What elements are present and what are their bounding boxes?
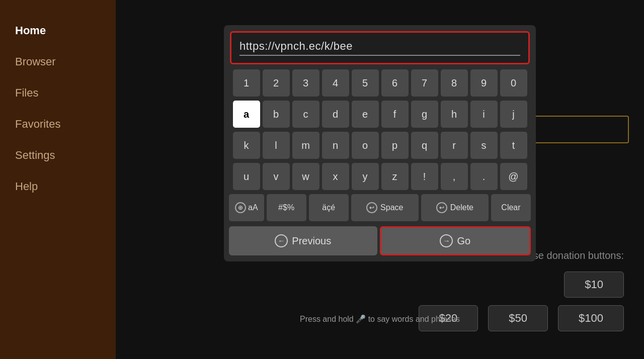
key-hash[interactable]: #$% (267, 194, 306, 221)
key-at[interactable]: @ (500, 163, 527, 190)
row-u-at: u v w x y z ! , . @ (224, 161, 536, 192)
key-n[interactable]: n (322, 132, 349, 159)
main-content: ase donation buttons: $10 $20 $50 $100 h… (116, 0, 644, 359)
key-s[interactable]: s (470, 132, 498, 159)
key-h[interactable]: h (441, 101, 468, 128)
key-period[interactable]: . (470, 163, 498, 190)
key-j[interactable]: j (500, 101, 527, 128)
donation-row-1: $10 (116, 272, 644, 298)
key-u[interactable]: u (233, 163, 260, 190)
key-space[interactable]: ↩ Space (351, 194, 419, 221)
key-m[interactable]: m (292, 132, 319, 159)
sidebar-item-favorites[interactable]: Favorites (0, 109, 116, 140)
url-input-text: https://vpnch.ec/k/bee (239, 40, 520, 53)
key-r[interactable]: r (441, 132, 468, 159)
key-7[interactable]: 7 (411, 69, 438, 97)
key-4[interactable]: 4 (322, 69, 349, 97)
key-exclaim[interactable]: ! (411, 163, 438, 190)
key-l[interactable]: l (263, 132, 290, 159)
key-q[interactable]: q (411, 132, 438, 159)
key-k[interactable]: k (233, 132, 260, 159)
keyboard-overlay: https://vpnch.ec/k/bee 1 2 3 4 5 6 7 8 9… (224, 25, 536, 261)
go-button[interactable]: → Go (380, 226, 531, 255)
key-0[interactable]: 0 (500, 69, 527, 97)
key-o[interactable]: o (352, 132, 379, 159)
go-icon: → (440, 234, 453, 247)
sidebar: Home Browser Files Favorites Settings He… (0, 0, 116, 359)
key-symbols-btn[interactable]: ⊕ aA (229, 194, 264, 221)
key-w[interactable]: w (292, 163, 319, 190)
key-delete[interactable]: ↩ Delete (421, 194, 489, 221)
key-6[interactable]: 6 (381, 69, 409, 97)
key-3[interactable]: 3 (292, 69, 319, 97)
url-input-wrapper[interactable]: https://vpnch.ec/k/bee (230, 31, 530, 64)
key-1[interactable]: 1 (233, 69, 260, 97)
hint-text: Press and hold 🎤 to say words and phrase… (300, 304, 460, 329)
key-clear[interactable]: Clear (491, 194, 531, 221)
number-row: 1 2 3 4 5 6 7 8 9 0 (224, 67, 536, 99)
key-9[interactable]: 9 (470, 69, 498, 97)
previous-icon: ← (275, 234, 288, 247)
key-g[interactable]: g (411, 101, 438, 128)
sidebar-item-help[interactable]: Help (0, 171, 116, 202)
key-v[interactable]: v (263, 163, 290, 190)
key-a[interactable]: a (233, 101, 260, 128)
sidebar-item-browser[interactable]: Browser (0, 46, 116, 77)
sidebar-item-home[interactable]: Home (0, 15, 116, 46)
key-t[interactable]: t (500, 132, 527, 159)
key-8[interactable]: 8 (441, 69, 468, 97)
sidebar-item-settings[interactable]: Settings (0, 140, 116, 171)
key-comma[interactable]: , (441, 163, 468, 190)
donation-100[interactable]: $100 (558, 305, 624, 331)
key-e[interactable]: e (352, 101, 379, 128)
url-input-line (239, 55, 520, 56)
donation-50[interactable]: $50 (488, 305, 548, 331)
key-p[interactable]: p (381, 132, 409, 159)
donation-10[interactable]: $10 (564, 272, 624, 298)
key-z[interactable]: z (381, 163, 409, 190)
sidebar-item-files[interactable]: Files (0, 77, 116, 109)
key-d[interactable]: d (322, 101, 349, 128)
key-x[interactable]: x (322, 163, 349, 190)
row-a-j: a b c d e f g h i j (224, 99, 536, 130)
key-c[interactable]: c (292, 101, 319, 128)
row-k-t: k l m n o p q r s t (224, 130, 536, 161)
key-b[interactable]: b (263, 101, 290, 128)
key-y[interactable]: y (352, 163, 379, 190)
action-row: ⊕ aA #$% äçé ↩ Space ↩ Delete Clear (224, 192, 536, 223)
key-special-chars[interactable]: äçé (309, 194, 349, 221)
key-2[interactable]: 2 (263, 69, 290, 97)
nav-row: ← Previous → Go (224, 223, 536, 261)
previous-button[interactable]: ← Previous (229, 226, 377, 255)
key-f[interactable]: f (381, 101, 409, 128)
key-i[interactable]: i (470, 101, 498, 128)
key-5[interactable]: 5 (352, 69, 379, 97)
